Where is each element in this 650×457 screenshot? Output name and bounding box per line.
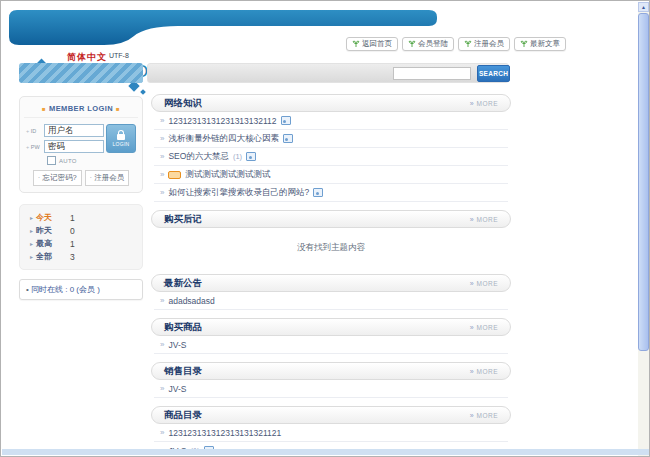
striped-decor-bar	[19, 63, 143, 83]
list-item: »测试测试测试测试测试	[154, 166, 508, 184]
section-list: »JV-S	[151, 380, 511, 398]
post-title-link[interactable]: SEO的六大禁忌	[168, 151, 228, 163]
triangle-bullet-icon: ▸	[30, 227, 33, 234]
login-button-label: LOGIN	[112, 141, 129, 147]
more-link[interactable]: » MORE	[470, 100, 498, 107]
more-label: MORE	[477, 216, 499, 223]
stat-row-yesterday: ▸ 昨天 0	[30, 224, 132, 237]
auto-login-label: AUTO	[59, 158, 77, 164]
list-item: »123123131312313131321121	[154, 424, 508, 442]
stat-label: 全部	[36, 251, 70, 262]
section-title: 购买后记	[164, 213, 202, 226]
section-title: 网络知识	[164, 97, 202, 110]
lock-icon	[117, 134, 125, 140]
section-list: »JV-S	[151, 336, 511, 354]
chevron-right-icon: »	[470, 368, 474, 375]
more-label: MORE	[477, 100, 499, 107]
list-item: »adadsadasd	[154, 292, 508, 310]
stat-value: 0	[70, 226, 75, 236]
chevron-right-icon: »	[470, 100, 474, 107]
more-link[interactable]: » MORE	[470, 368, 498, 375]
section-list: »adadsadasd	[151, 292, 511, 310]
image-attach-icon	[283, 134, 293, 143]
main-sections: 网络知识 » MORE »12312313131231313132112»浅析衡…	[151, 94, 511, 456]
section-list: 没有找到主题内容	[151, 228, 511, 266]
more-link[interactable]: » MORE	[470, 324, 498, 331]
register-link[interactable]: 注册会员	[85, 170, 130, 186]
chevron-right-icon: »	[470, 216, 474, 223]
list-item: »如何让搜索引擎搜索收录自己的网站?	[154, 184, 508, 202]
chevron-right-icon: »	[470, 412, 474, 419]
id-label: ID	[26, 128, 44, 134]
search-bar: SEARCH	[147, 63, 509, 83]
nav-home-button[interactable]: 返回首页	[346, 37, 398, 51]
nav-register-button[interactable]: 注册会员	[458, 37, 510, 51]
post-title-link[interactable]: 12312313131231313132112	[168, 116, 276, 126]
more-label: MORE	[477, 412, 499, 419]
nav-label: 会员登陆	[418, 39, 448, 49]
post-title-link[interactable]: 浅析衡量外链的四大核心因素	[168, 133, 279, 145]
chevron-right-icon: »	[470, 324, 474, 331]
scrollbar-track[interactable]: ▲	[638, 2, 649, 456]
section-title: 商品目录	[164, 409, 202, 422]
section-list: »12312313131231313132112»浅析衡量外链的四大核心因素»S…	[151, 112, 511, 202]
empty-message: 没有找到主题内容	[154, 228, 508, 266]
post-title-link[interactable]: adadsadasd	[168, 296, 214, 306]
section-header: 商品目录 » MORE	[151, 406, 511, 424]
post-title-link[interactable]: 如何让搜索引擎搜索收录自己的网站?	[168, 187, 309, 199]
stat-row-total: ▸ 全部 3	[30, 250, 132, 263]
more-label: MORE	[477, 368, 499, 375]
id-field[interactable]	[44, 124, 104, 137]
triangle-bullet-icon: ▸	[30, 240, 33, 247]
board-section: 购买后记 » MORE 没有找到主题内容	[151, 210, 511, 266]
bottom-band	[2, 449, 650, 455]
forgot-password-link[interactable]: 忘记密码?	[33, 170, 82, 186]
more-link[interactable]: » MORE	[470, 280, 498, 287]
list-item: »JV-S	[154, 380, 508, 398]
item-bullet-icon: »	[160, 385, 164, 393]
board-section: 网络知识 » MORE »12312313131231313132112»浅析衡…	[151, 94, 511, 202]
item-bullet-icon: »	[160, 117, 164, 125]
search-button[interactable]: SEARCH	[477, 65, 510, 82]
scroll-up-icon[interactable]: ▲	[638, 2, 649, 12]
nav-label: 注册会员	[474, 39, 504, 49]
sidebar: ■ MEMBER LOGIN ■ ID PW LOGIN	[19, 96, 143, 300]
post-title-link[interactable]: 123123131312313131321121	[168, 428, 281, 438]
section-header: 网络知识 » MORE	[151, 94, 511, 112]
image-attach-icon	[246, 152, 256, 161]
chevron-right-icon: »	[470, 280, 474, 287]
more-label: MORE	[477, 324, 499, 331]
stat-value: 3	[70, 252, 75, 262]
online-status: 同时在线 : 0 (会员 )	[19, 279, 143, 300]
stat-row-max: ▸ 最高 1	[30, 237, 132, 250]
item-bullet-icon: »	[160, 189, 164, 197]
stat-value: 1	[70, 213, 75, 223]
item-bullet-icon: »	[160, 153, 164, 161]
list-item: »JV-S	[154, 336, 508, 354]
orange-dash-icon: ■	[116, 106, 120, 112]
password-field[interactable]	[44, 140, 104, 153]
post-title-link[interactable]: JV-S	[168, 340, 186, 350]
login-button[interactable]: LOGIN	[106, 124, 136, 153]
section-title: 最新公告	[164, 277, 202, 290]
more-label: MORE	[477, 280, 499, 287]
nav-label: 返回首页	[362, 39, 392, 49]
stat-label: 最高	[36, 238, 70, 249]
section-title: 购买商品	[164, 321, 202, 334]
auto-login-checkbox[interactable]	[47, 156, 56, 165]
more-link[interactable]: » MORE	[470, 412, 498, 419]
search-input[interactable]	[393, 67, 471, 80]
post-title-link[interactable]: JV-S	[168, 384, 186, 394]
post-title-link[interactable]: 测试测试测试测试测试	[185, 169, 270, 181]
stat-value: 1	[70, 239, 75, 249]
more-link[interactable]: » MORE	[470, 216, 498, 223]
member-login-title: ■ MEMBER LOGIN ■	[24, 101, 138, 118]
board-section: 销售目录 » MORE »JV-S	[151, 362, 511, 398]
stat-label: 昨天	[36, 225, 70, 236]
nav-login-button[interactable]: 会员登陆	[402, 37, 454, 51]
nav-latest-button[interactable]: 最新文章	[514, 37, 566, 51]
image-attach-icon	[313, 188, 323, 197]
section-header: 最新公告 » MORE	[151, 274, 511, 292]
item-bullet-icon: »	[160, 297, 164, 305]
scrollbar-thumb[interactable]	[638, 13, 649, 351]
